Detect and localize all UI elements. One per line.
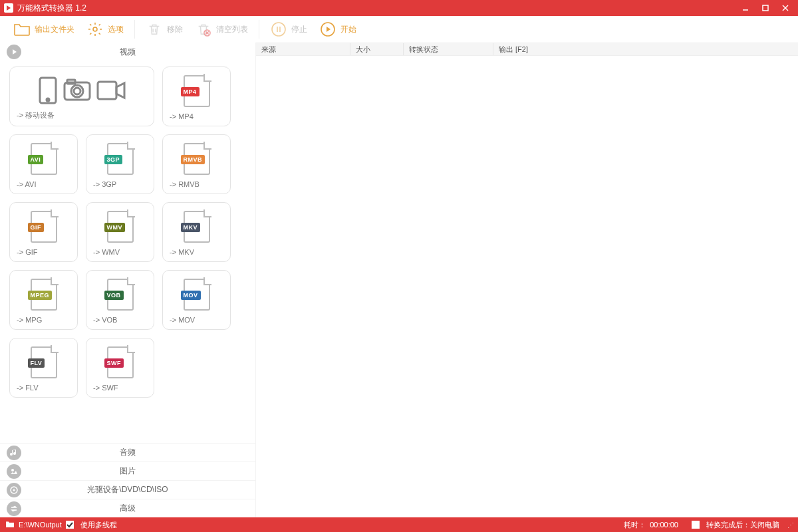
format-tile-flv[interactable]: FLV-> FLV (9, 338, 78, 398)
svg-rect-1 (763, 5, 768, 11)
file-wmv-icon: WMV (107, 211, 134, 243)
toolbar: 输出文件夹 选项 移除 清空列表 停止 开始 (0, 16, 798, 43)
svg-rect-18 (98, 82, 116, 99)
tile-label: -> MKV (168, 244, 225, 261)
format-tile-wmv[interactable]: WMV-> WMV (86, 202, 154, 262)
stop-label: 停止 (291, 24, 307, 35)
category-image-label: 图片 (120, 466, 136, 477)
format-tile-gif[interactable]: GIF-> GIF (9, 202, 78, 262)
output-folder-button[interactable]: 输出文件夹 (8, 18, 80, 41)
trash-icon (146, 21, 163, 38)
col-size[interactable]: 大小 (350, 43, 404, 55)
format-tile-mov[interactable]: MOV-> MOV (162, 270, 231, 330)
output-folder-label: 输出文件夹 (35, 24, 74, 35)
start-label: 开始 (340, 24, 356, 35)
svg-point-4 (93, 27, 97, 31)
window-title: 万能格式转换器 1.2 (17, 3, 86, 14)
trash-clear-icon (195, 21, 212, 38)
play-icon (319, 21, 336, 38)
category-advanced[interactable]: 高级 (0, 499, 255, 517)
app-logo (4, 3, 13, 13)
file-flv-icon: FLV (31, 346, 57, 378)
start-button[interactable]: 开始 (314, 18, 362, 41)
remove-button[interactable]: 移除 (140, 18, 188, 41)
col-status[interactable]: 转换状态 (404, 43, 493, 55)
svg-point-19 (11, 469, 14, 471)
output-path[interactable]: E:\WNOutput (19, 521, 62, 529)
file-mov-icon: MOV (184, 279, 210, 311)
remove-label: 移除 (167, 24, 183, 35)
file-swf-icon: SWF (107, 346, 134, 378)
statusbar: E:\WNOutput 使用多线程 耗时： 00:00:00 转换完成后：关闭电… (0, 517, 798, 532)
svg-point-13 (47, 98, 49, 101)
minimize-button[interactable] (735, 0, 755, 16)
options-button[interactable]: 选项 (81, 18, 129, 41)
separator (259, 20, 259, 39)
tile-label: -> FLV (15, 380, 72, 397)
tile-label: -> MOV (168, 312, 225, 329)
main-area: 来源 大小 转换状态 输出 [F2] (256, 43, 798, 517)
format-tile-avi[interactable]: AVI-> AVI (9, 134, 78, 194)
video-panel: -> 移动设备MP4-> MP4AVI-> AVI3GP-> 3GPRMVB->… (0, 61, 255, 443)
tile-label: -> SWF (92, 380, 148, 397)
maximize-button[interactable] (755, 0, 775, 16)
close-button[interactable] (775, 0, 795, 16)
shutdown-checkbox[interactable] (692, 521, 700, 529)
clear-list-button[interactable]: 清空列表 (190, 18, 253, 41)
gear-icon (86, 21, 104, 38)
format-tile-rmvb[interactable]: RMVB-> RMVB (162, 134, 231, 194)
tile-label: -> RMVB (168, 176, 225, 194)
category-audio[interactable]: 音频 (0, 443, 255, 462)
multithread-label: 使用多线程 (80, 520, 117, 530)
image-icon (7, 464, 21, 479)
file-gif-icon: GIF (31, 211, 57, 243)
category-advanced-label: 高级 (120, 503, 136, 514)
file-mpeg-icon: MPEG (31, 279, 57, 311)
tile-label: -> GIF (15, 244, 72, 261)
category-audio-label: 音频 (120, 447, 136, 458)
elapsed-value: 00:00:00 (650, 521, 678, 529)
swap-icon (7, 501, 21, 516)
category-image[interactable]: 图片 (0, 462, 255, 480)
folder-icon (13, 21, 31, 38)
file-rmvb-icon: RMVB (184, 143, 210, 175)
sidebar: 视频 -> 移动设备MP4-> MP4AVI-> AVI3GP-> 3GPRMV… (0, 43, 256, 517)
file-mkv-icon: MKV (184, 211, 210, 243)
col-source[interactable]: 来源 (256, 43, 350, 55)
tile-label: -> MP4 (168, 108, 225, 126)
titlebar: 万能格式转换器 1.2 (0, 0, 798, 16)
stop-button[interactable]: 停止 (265, 18, 313, 41)
format-tile-mkv[interactable]: MKV-> MKV (162, 202, 231, 262)
tile-label: -> 移动设备 (15, 106, 148, 126)
format-tile-swf[interactable]: SWF-> SWF (86, 338, 154, 398)
disc-icon (7, 483, 21, 497)
tile-label: -> MPG (15, 312, 72, 329)
col-output[interactable]: 输出 [F2] (493, 43, 798, 55)
svg-point-21 (13, 489, 15, 491)
devices-icon (38, 76, 126, 105)
file-list[interactable] (256, 56, 798, 517)
shutdown-label: 转换完成后：关闭电脑 (706, 520, 779, 530)
resize-grip[interactable]: ⋰ (787, 521, 793, 529)
tile-label: -> 3GP (92, 176, 148, 194)
format-tile-mp4[interactable]: MP4-> MP4 (162, 66, 231, 126)
folder-small-icon (5, 520, 15, 529)
multithread-checkbox[interactable] (66, 521, 74, 529)
category-disc[interactable]: 光驱设备\DVD\CD\ISO (0, 480, 255, 499)
file-3gp-icon: 3GP (107, 143, 134, 175)
format-tile-3gp[interactable]: 3GP-> 3GP (86, 134, 154, 194)
tile-label: -> WMV (92, 244, 148, 261)
format-tile-vob[interactable]: VOB-> VOB (86, 270, 154, 330)
pause-icon (270, 21, 287, 38)
format-tile-mpeg[interactable]: MPEG-> MPG (9, 270, 78, 330)
tile-label: -> AVI (15, 176, 72, 194)
elapsed-label: 耗时： (624, 520, 646, 530)
clear-list-label: 清空列表 (216, 24, 248, 35)
format-tile-devices[interactable]: -> 移动设备 (9, 66, 154, 126)
column-headers: 来源 大小 转换状态 输出 [F2] (256, 43, 798, 56)
category-disc-label: 光驱设备\DVD\CD\ISO (87, 484, 168, 495)
file-avi-icon: AVI (31, 143, 57, 175)
category-video-label: 视频 (120, 47, 136, 58)
separator (134, 20, 135, 39)
category-video[interactable]: 视频 (0, 43, 255, 61)
